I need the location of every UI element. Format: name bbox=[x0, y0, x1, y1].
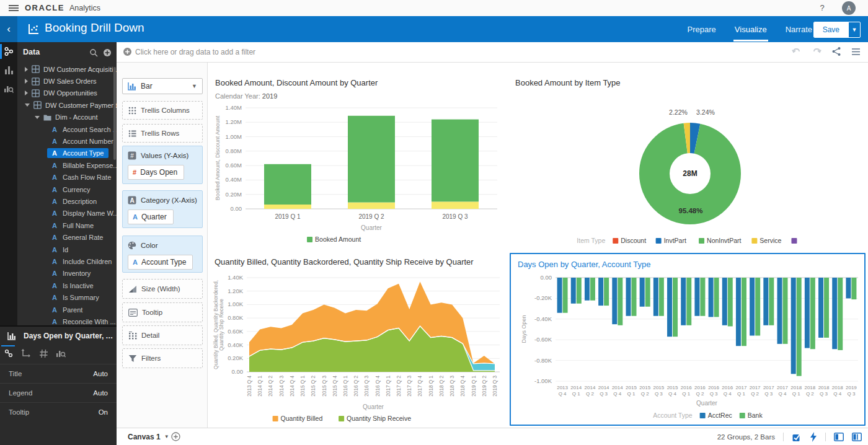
tree-item-cash-flow-rate[interactable]: ACash Flow Rate bbox=[17, 172, 117, 183]
assignments-check-icon[interactable] bbox=[792, 432, 802, 442]
field-pill-account-type[interactable]: AAccount Type bbox=[128, 255, 193, 270]
field-pill-days-open[interactable]: #Days Open bbox=[128, 165, 184, 180]
attribute-item[interactable]: ACash Flow Rate bbox=[47, 172, 116, 182]
undo-icon[interactable] bbox=[792, 47, 802, 56]
tree-item-parent[interactable]: AParent bbox=[17, 304, 117, 315]
header-tab-visualize[interactable]: Visualize bbox=[733, 17, 768, 42]
tree-item-account-type[interactable]: AAccount Type bbox=[17, 148, 117, 159]
attribute-item[interactable]: AIs Inactive bbox=[47, 281, 99, 291]
tree-item-full-name[interactable]: AFull Name bbox=[17, 219, 117, 231]
field-pill-quarter[interactable]: AQuarter bbox=[128, 209, 174, 224]
attribute-item[interactable]: AAccount Search ... bbox=[47, 125, 117, 134]
help-icon[interactable]: ? bbox=[817, 3, 827, 12]
property-value[interactable]: On bbox=[99, 408, 108, 416]
expand-arrow-icon[interactable] bbox=[25, 67, 28, 72]
save-dropdown-button[interactable]: ▼ bbox=[848, 22, 860, 37]
share-icon[interactable] bbox=[831, 46, 841, 56]
collapse-arrow-icon[interactable] bbox=[35, 116, 40, 119]
attribute-item[interactable]: AId bbox=[47, 245, 73, 255]
property-row-title[interactable]: TitleAuto bbox=[0, 364, 117, 383]
tree-item-currency[interactable]: ACurrency bbox=[17, 183, 117, 195]
attribute-item[interactable]: ABillable Expense... bbox=[47, 161, 117, 170]
attribute-item[interactable]: ADescription bbox=[47, 196, 102, 206]
tab-values-properties[interactable] bbox=[35, 345, 52, 361]
tree-item-include-children[interactable]: AInclude Children bbox=[17, 255, 117, 267]
add-filter-icon[interactable] bbox=[123, 47, 132, 59]
save-button[interactable]: Save bbox=[814, 22, 848, 37]
attribute-item-selected[interactable]: AAccount Type bbox=[47, 148, 108, 158]
menu-list-icon[interactable] bbox=[851, 48, 861, 56]
attribute-item[interactable]: ADisplay Name W... bbox=[47, 208, 117, 218]
expand-arrow-icon[interactable] bbox=[25, 79, 28, 84]
drop-zone-trellis-rows[interactable]: Trellis Rows bbox=[122, 124, 203, 143]
drop-zone-detail[interactable]: Detail bbox=[122, 325, 203, 345]
chart-booked-amount-by-item-type[interactable]: Booked Amount by Item Type2.22%3.24%95.4… bbox=[510, 65, 865, 254]
collapse-arrow-icon[interactable] bbox=[25, 104, 30, 107]
tree-item-inventory[interactable]: AInventory bbox=[17, 268, 117, 280]
layout-panel-split-icon[interactable] bbox=[852, 433, 862, 441]
tree-item-dw-opportunities[interactable]: DW Opportunities bbox=[17, 87, 117, 99]
attribute-item[interactable]: AInclude Children bbox=[47, 257, 117, 267]
tree-item-display-name-w[interactable]: ADisplay Name W... bbox=[17, 208, 117, 219]
tree-item-id[interactable]: AId bbox=[17, 244, 117, 255]
drop-zone-filters[interactable]: Filters bbox=[122, 348, 203, 368]
drop-zone-category-x-axis[interactable]: ACategory (X-Axis)AQuarter bbox=[122, 190, 203, 228]
header-tab-narrate[interactable]: Narrate bbox=[784, 17, 813, 42]
chart-booked-amount-by-quarter[interactable]: Booked Amount, Discount Amount by Quarte… bbox=[211, 65, 508, 254]
drop-zone-trellis-columns[interactable]: Trellis Columns bbox=[122, 101, 203, 120]
drop-zone-tooltip[interactable]: Tooltip bbox=[122, 302, 203, 322]
tab-analytics-properties[interactable] bbox=[52, 345, 69, 361]
attribute-item[interactable]: ACurrency bbox=[47, 185, 95, 195]
property-row-tooltip[interactable]: TooltipOn bbox=[0, 402, 117, 421]
property-value[interactable]: Auto bbox=[93, 370, 108, 377]
tree-item-dim-account[interactable]: Dim - Account bbox=[17, 112, 117, 123]
tree-item-description[interactable]: ADescription bbox=[17, 195, 117, 207]
chart-days-open-by-quarter-account-type[interactable]: Days Open by Quarter, Account Type0.00-0… bbox=[510, 253, 866, 426]
back-button[interactable]: ‹ bbox=[0, 16, 17, 42]
attribute-item[interactable]: AIs Summary bbox=[47, 293, 104, 302]
tree-item-reconcile-with[interactable]: AReconcile With ... bbox=[17, 315, 117, 325]
viz-type-select[interactable]: Bar ▼ bbox=[122, 78, 203, 94]
svg-text:0.80K: 0.80K bbox=[228, 314, 243, 321]
tree-item-dw-customer-payment[interactable]: DW Customer Payment bbox=[17, 99, 117, 111]
tab-axis-properties[interactable] bbox=[17, 345, 35, 361]
add-canvas-icon[interactable] bbox=[171, 432, 180, 444]
property-row-legend[interactable]: LegendAuto bbox=[0, 383, 117, 402]
data-panel-scrollbar[interactable] bbox=[113, 67, 116, 160]
tree-item-is-inactive[interactable]: AIs Inactive bbox=[17, 280, 117, 291]
canvas-tab-caret-icon[interactable]: ▼ bbox=[164, 434, 169, 439]
expand-arrow-icon[interactable] bbox=[25, 90, 28, 95]
hamburger-menu-icon[interactable] bbox=[9, 5, 19, 11]
header-tab-prepare[interactable]: Prepare bbox=[686, 17, 717, 42]
tab-general-properties[interactable] bbox=[0, 345, 17, 361]
filter-bar-prompt[interactable]: Click here or drag data to add a filter bbox=[135, 48, 255, 56]
avatar[interactable]: A bbox=[842, 1, 856, 15]
canvas-tab[interactable]: Canvas 1 ▼ bbox=[122, 428, 175, 445]
tree-item-account-search[interactable]: AAccount Search ... bbox=[17, 123, 117, 135]
tree-item-general-rate[interactable]: AGeneral Rate bbox=[17, 231, 117, 243]
auto-apply-lightning-icon[interactable] bbox=[810, 432, 817, 442]
tree-item-dw-sales-orders[interactable]: DW Sales Orders bbox=[17, 75, 117, 87]
redo-icon[interactable] bbox=[812, 47, 822, 56]
tree-item-is-summary[interactable]: AIs Summary bbox=[17, 291, 117, 303]
tree-item-billable-expense[interactable]: ABillable Expense... bbox=[17, 159, 117, 171]
data-sources-rail-icon[interactable] bbox=[0, 42, 17, 61]
attribute-item[interactable]: AInventory bbox=[47, 268, 95, 278]
attribute-item[interactable]: AAccount Number bbox=[47, 136, 117, 146]
search-icon[interactable] bbox=[89, 48, 98, 59]
attribute-item[interactable]: AFull Name bbox=[47, 221, 99, 231]
attribute-item[interactable]: AParent bbox=[47, 305, 87, 315]
analytics-rail-icon[interactable] bbox=[0, 79, 17, 98]
drop-zone-size-width[interactable]: Size (Width) bbox=[122, 279, 203, 299]
visualizations-rail-icon[interactable] bbox=[0, 61, 17, 79]
add-dataset-icon[interactable] bbox=[103, 48, 112, 59]
chart-quantity-by-quarter[interactable]: Quantity Billed, Quantity Backordered, Q… bbox=[211, 254, 508, 428]
layout-panel-left-icon[interactable] bbox=[834, 433, 844, 441]
drop-zone-color[interactable]: ColorAAccount Type bbox=[122, 236, 203, 273]
attribute-item[interactable]: AGeneral Rate bbox=[47, 232, 108, 242]
property-value[interactable]: Auto bbox=[93, 389, 108, 397]
attribute-item[interactable]: AReconcile With ... bbox=[47, 317, 117, 325]
drop-zone-values-y-axis[interactable]: #Values (Y-Axis)#Days Open bbox=[122, 146, 203, 184]
tree-item-dw-customer-acquisiti[interactable]: DW Customer Acquisiti... bbox=[17, 63, 117, 75]
tree-item-account-number[interactable]: AAccount Number bbox=[17, 135, 117, 147]
